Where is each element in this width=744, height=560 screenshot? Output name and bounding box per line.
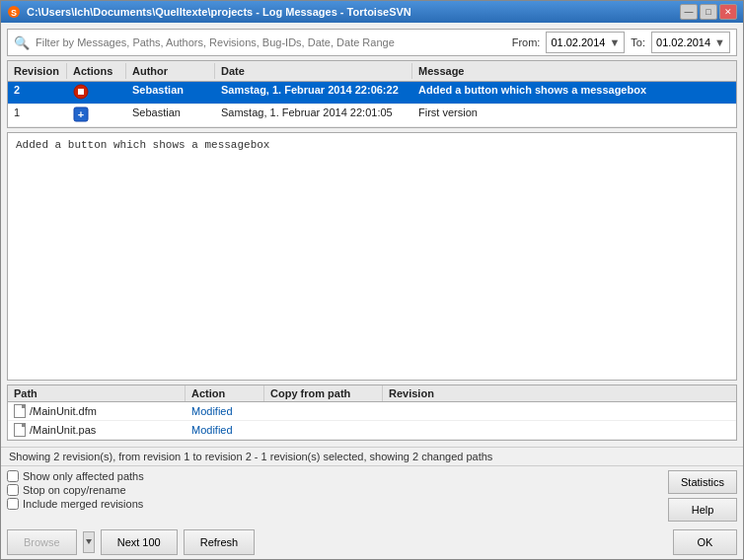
- include-merged-label: Include merged revisions: [23, 498, 143, 510]
- path-value: /MainUnit.dfm: [30, 405, 97, 417]
- app-icon: S: [7, 5, 21, 19]
- include-merged-checkbox[interactable]: [7, 498, 19, 510]
- stop-on-copy-checkbox[interactable]: [7, 484, 19, 496]
- revision-number: 1: [8, 105, 67, 126]
- col-date: Date: [215, 63, 412, 79]
- revisions-panel: Revision Actions Author Date Message 2 S…: [7, 60, 737, 128]
- status-bar: Showing 2 revision(s), from revision 1 t…: [1, 447, 743, 465]
- next-100-button[interactable]: Next 100: [101, 529, 178, 555]
- svg-rect-3: [78, 89, 84, 95]
- close-button[interactable]: ✕: [719, 4, 737, 20]
- filter-bar: 🔍 From: 01.02.2014 ▼ To: 01.02.2014 ▼: [7, 29, 737, 56]
- action-cell: [67, 82, 126, 104]
- col-revision: Revision: [8, 63, 67, 79]
- svg-marker-6: [86, 539, 92, 544]
- stop-on-copy-label: Stop on copy/rename: [23, 484, 126, 496]
- to-date-arrow: ▼: [714, 36, 725, 48]
- message-area: Added a button which shows a messagebox: [7, 132, 737, 381]
- col-path-revision: Revision: [383, 385, 462, 401]
- path-action: Modified: [186, 402, 264, 420]
- file-icon: [14, 423, 26, 437]
- statistics-button[interactable]: Statistics: [668, 470, 737, 494]
- help-button[interactable]: Help: [668, 498, 737, 522]
- title-bar-left: S C:\Users\Ich\Documents\Quelltexte\proj…: [7, 5, 411, 19]
- path-revision: [383, 402, 462, 420]
- title-buttons: — □ ✕: [680, 4, 737, 20]
- svg-text:+: +: [78, 108, 84, 120]
- browse-dropdown-arrow[interactable]: [83, 531, 95, 553]
- from-date-select[interactable]: 01.02.2014 ▼: [546, 32, 625, 53]
- path-action: Modified: [186, 421, 264, 439]
- action-cell: +: [67, 105, 126, 126]
- side-buttons: Statistics Help: [668, 470, 737, 522]
- maximize-button[interactable]: □: [700, 4, 717, 20]
- paths-panel: Path Action Copy from path Revision /Mai…: [7, 385, 737, 441]
- revisions-table-header: Revision Actions Author Date Message: [8, 61, 736, 82]
- paths-table-header: Path Action Copy from path Revision: [8, 385, 736, 402]
- action-add-icon: +: [73, 106, 89, 122]
- title-bar: S C:\Users\Ich\Documents\Quelltexte\proj…: [1, 1, 743, 23]
- browse-button[interactable]: Browse: [7, 529, 77, 555]
- from-date-value: 01.02.2014: [551, 36, 605, 48]
- content-area: 🔍 From: 01.02.2014 ▼ To: 01.02.2014 ▼ Re…: [1, 23, 743, 447]
- copy-from-path: [264, 421, 383, 439]
- file-icon: [14, 404, 26, 418]
- table-row[interactable]: 1 + Sebastian Samstag, 1. Februar 2014 2…: [8, 105, 736, 127]
- filter-input[interactable]: [36, 36, 506, 48]
- path-row[interactable]: /MainUnit.pas Modified: [8, 421, 736, 440]
- window-title: C:\Users\Ich\Documents\Quelltexte\projec…: [27, 6, 411, 18]
- checkboxes-group: Show only affected paths Stop on copy/re…: [7, 470, 668, 510]
- filter-icon: 🔍: [14, 35, 30, 50]
- message-cell: Added a button which shows a messagebox: [412, 82, 736, 104]
- col-copy-from-path: Copy from path: [264, 385, 383, 401]
- from-label: From:: [512, 36, 541, 48]
- date-cell: Samstag, 1. Februar 2014 22:06:22: [215, 82, 412, 104]
- author-cell: Sebastian: [126, 82, 215, 104]
- ok-button[interactable]: OK: [673, 529, 737, 555]
- path-value: /MainUnit.pas: [30, 424, 96, 436]
- col-actions: Actions: [67, 63, 126, 79]
- to-date-value: 01.02.2014: [656, 36, 710, 48]
- revision-number: 2: [8, 82, 67, 104]
- action-stop-icon: [73, 84, 89, 100]
- include-merged-row: Include merged revisions: [7, 498, 668, 510]
- minimize-button[interactable]: —: [680, 4, 698, 20]
- show-affected-paths-row: Show only affected paths: [7, 470, 668, 482]
- path-row[interactable]: /MainUnit.dfm Modified: [8, 402, 736, 421]
- path-revision: [383, 421, 462, 439]
- checkboxes-and-buttons-area: Show only affected paths Stop on copy/re…: [1, 466, 743, 525]
- date-cell: Samstag, 1. Februar 2014 22:01:05: [215, 105, 412, 126]
- stop-on-copy-row: Stop on copy/rename: [7, 484, 668, 496]
- path-cell: /MainUnit.dfm: [8, 402, 186, 420]
- col-message: Message: [412, 63, 736, 79]
- author-cell: Sebastian: [126, 105, 215, 126]
- from-date-arrow: ▼: [609, 36, 620, 48]
- message-cell: First version: [412, 105, 736, 126]
- copy-from-path: [264, 402, 383, 420]
- refresh-button[interactable]: Refresh: [184, 529, 256, 555]
- to-label: To:: [631, 36, 645, 48]
- main-window: S C:\Users\Ich\Documents\Quelltexte\proj…: [0, 0, 744, 560]
- col-action: Action: [186, 385, 264, 401]
- path-cell: /MainUnit.pas: [8, 421, 186, 439]
- to-date-select[interactable]: 01.02.2014 ▼: [651, 32, 730, 53]
- col-path: Path: [8, 385, 186, 401]
- show-affected-paths-label: Show only affected paths: [23, 470, 144, 482]
- col-author: Author: [126, 63, 215, 79]
- table-row[interactable]: 2 Sebastian Samstag, 1. Februar 2014 22:…: [8, 82, 736, 105]
- svg-text:S: S: [11, 8, 17, 18]
- bottom-buttons: Browse Next 100 Refresh OK: [1, 525, 743, 559]
- show-affected-paths-checkbox[interactable]: [7, 470, 19, 482]
- message-text: Added a button which shows a messagebox: [16, 139, 269, 151]
- status-text: Showing 2 revision(s), from revision 1 t…: [9, 451, 492, 462]
